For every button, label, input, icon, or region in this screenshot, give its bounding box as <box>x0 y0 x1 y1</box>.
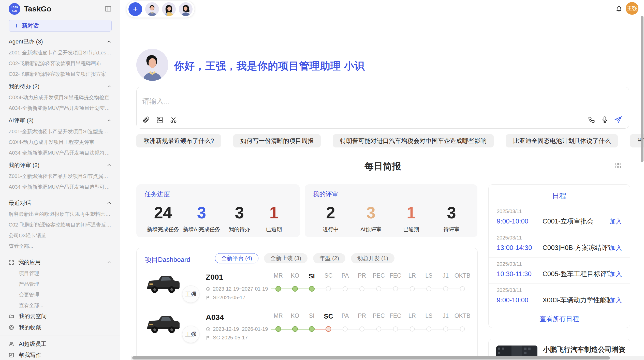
schedule-panel: 日程 2025/03/11 9:00-10:00 C001-立项审批会 加入 2… <box>488 184 630 328</box>
new-chat-button[interactable]: + 新对话 <box>9 20 112 32</box>
schedule-time: 10:30-11:30 <box>497 270 543 278</box>
view-all-chats-link[interactable]: 查看全部... <box>9 241 112 251</box>
list-item[interactable]: 公司Q3轻卡销量 <box>9 230 112 241</box>
join-link[interactable]: 加入 <box>610 217 622 226</box>
chevron-up-icon[interactable] <box>107 163 112 168</box>
sidebar: Task Go TaskGo + 新对话 Agent已办 (3) Z001-全新… <box>0 0 120 360</box>
join-link[interactable]: 加入 <box>610 244 622 252</box>
list-item[interactable]: A034-全新新能源MUV产品开发项目计划变更表编写 <box>9 103 112 113</box>
stat: 24新增完成任务 <box>147 202 179 233</box>
section-recent-chats[interactable]: 最近对话 <box>9 198 112 209</box>
list-item[interactable]: Z001-全新燃油轻卡产品开发项目SI节点属性5D文件评审 <box>9 171 112 182</box>
schedule-time: 9:00-10:00 <box>497 217 543 225</box>
milestone-dot[interactable] <box>443 326 448 332</box>
message-composer <box>136 87 629 129</box>
milestone-dot[interactable] <box>292 326 298 332</box>
list-item[interactable]: C02-飞腾新能源轻客改款项目立项汇报方案 <box>9 69 112 79</box>
list-item[interactable]: A034-全新新能源MUV产品开发项目造型可行性评审 <box>9 182 112 192</box>
milestone-dot[interactable] <box>275 326 281 332</box>
list-item[interactable]: C0X4-动力总成开发项目工程变更评审 <box>9 137 112 147</box>
milestone-dot[interactable] <box>393 286 398 291</box>
sidebar-item-change-mgmt[interactable]: 变更管理 <box>9 289 112 300</box>
section-my-review[interactable]: 我的评审 (2) <box>9 160 112 171</box>
vertical-scrollbar-thumb[interactable] <box>641 16 643 162</box>
sidebar-item-cloud-space[interactable]: 我的云空间 <box>9 311 112 322</box>
image-icon[interactable] <box>156 116 164 124</box>
milestone-dot[interactable] <box>410 326 415 332</box>
attachment-icon[interactable] <box>142 116 150 124</box>
list-item[interactable]: C0X4-动力总成开发项目SI里程碑提交物检查 <box>9 92 112 103</box>
milestone-dot[interactable] <box>343 286 348 291</box>
list-item[interactable]: 解释最新出台的欧盟报废车法规再生塑料比例被调至15%... <box>9 209 112 219</box>
layout-grid-icon[interactable] <box>614 162 622 169</box>
section-ai-review[interactable]: AI评审 (3) <box>9 115 112 126</box>
milestone-dot[interactable] <box>460 286 465 291</box>
sidebar-item-favorites[interactable]: 我的收藏 <box>9 322 112 333</box>
section-my-todo[interactable]: 我的待办 (2) <box>9 81 112 92</box>
milestone-dot[interactable] <box>443 286 448 291</box>
sidebar-item-project-mgmt[interactable]: 项目管理 <box>9 268 112 279</box>
horizontal-scrollbar-thumb[interactable] <box>132 356 610 359</box>
daily-brief-title: 每日简报 <box>136 160 629 173</box>
milestone-dot[interactable] <box>376 286 381 291</box>
join-link[interactable]: 加入 <box>610 296 622 304</box>
chevron-up-icon[interactable] <box>107 260 112 265</box>
avatar[interactable] <box>145 2 159 16</box>
chevron-up-icon[interactable] <box>107 118 112 123</box>
suggestion-chip[interactable]: 特朗普可能对进口汽车增税会对中国车企造成哪些影响 <box>333 134 494 147</box>
sidebar-collapse-icon[interactable] <box>105 5 112 12</box>
phone-call-icon[interactable] <box>588 116 595 124</box>
milestone-dot[interactable] <box>393 326 398 332</box>
milestone-dot[interactable] <box>309 326 315 332</box>
divider <box>0 254 120 254</box>
microphone-icon[interactable] <box>601 116 609 124</box>
filter-tab[interactable]: 动总开发 (1) <box>351 253 394 263</box>
milestone-dot[interactable] <box>426 326 431 332</box>
scissors-icon[interactable] <box>170 116 177 124</box>
send-icon[interactable] <box>614 116 622 124</box>
suggestion-chip[interactable]: 欧洲新规最近颁布了什么? <box>136 134 221 147</box>
view-all-apps-link[interactable]: 查看全部... <box>9 300 112 311</box>
chevron-up-icon[interactable] <box>107 39 112 44</box>
milestone-dot[interactable] <box>426 286 431 291</box>
section-agent-done[interactable]: Agent已办 (3) <box>9 36 112 47</box>
sidebar-item-product-mgmt[interactable]: 产品管理 <box>9 279 112 289</box>
project-row[interactable]: 王强 Z001 2023-12-19~2027-01-19 SI-2025-05… <box>137 270 477 308</box>
add-session-button[interactable]: + <box>128 2 142 16</box>
list-item[interactable]: Z001-全新燃油皮卡产品开发项目SI节点Lesson Learn报告 <box>9 47 112 58</box>
milestone-dot[interactable] <box>359 326 364 332</box>
milestone-dot[interactable] <box>292 286 298 292</box>
milestone-dot[interactable] <box>326 286 331 291</box>
filter-tab[interactable]: 年型 (2) <box>313 253 345 263</box>
sidebar-item-help-write[interactable]: 帮我写作 <box>9 350 112 360</box>
milestone-dot[interactable] <box>376 326 381 332</box>
milestone-dot[interactable] <box>460 326 465 332</box>
milestone-dot[interactable] <box>343 326 348 332</box>
chevron-up-icon[interactable] <box>107 84 112 89</box>
sidebar-item-ai-super-staff[interactable]: AI超级员工 <box>9 338 112 350</box>
project-row[interactable]: 王强 A034 2023-12-19~2026-01-19 SC-2025-05… <box>137 310 477 348</box>
suggestion-chip[interactable]: 比亚迪全固态电池计划具体说了什么 <box>506 134 618 147</box>
suggestion-chip[interactable]: 如何写一份清晰的项目周报 <box>233 134 321 147</box>
message-input[interactable] <box>142 97 524 105</box>
list-item[interactable]: C02-飞腾新能源轻客改款项目里程碑画布 <box>9 58 112 69</box>
filter-tab[interactable]: 全新上装 (3) <box>264 253 308 263</box>
notification-bell-icon[interactable] <box>616 6 622 12</box>
milestone-dot[interactable] <box>410 286 415 291</box>
section-my-apps[interactable]: 我的应用 <box>9 257 112 268</box>
join-link[interactable]: 加入 <box>610 270 622 278</box>
list-item[interactable]: A034-全新新能源MUV产品开发项目法规符合性评审 <box>9 147 112 158</box>
chevron-up-icon[interactable] <box>107 201 112 206</box>
task-progress-card: 任务进度 24新增完成任务 3新增AI完成任务 3我的待办 1已逾期 <box>136 184 300 237</box>
milestone-dot[interactable] <box>275 286 281 292</box>
list-item[interactable]: C02-飞腾新能源轻客改款项目的闭环通告反馈情况 <box>9 219 112 230</box>
list-item[interactable]: Z001-全新燃油轻卡产品开发项目SI造型提交物评审 <box>9 126 112 137</box>
avatar[interactable] <box>162 2 176 16</box>
view-all-schedule-link[interactable]: 查看所有日程 <box>489 310 630 328</box>
avatar[interactable] <box>179 2 193 16</box>
filter-tab[interactable]: 全新平台 (4) <box>215 253 258 263</box>
milestone-dot-overdue[interactable] <box>326 326 331 332</box>
user-avatar[interactable]: 王强 <box>626 2 638 15</box>
milestone-dot[interactable] <box>309 286 315 292</box>
milestone-dot[interactable] <box>359 286 364 291</box>
